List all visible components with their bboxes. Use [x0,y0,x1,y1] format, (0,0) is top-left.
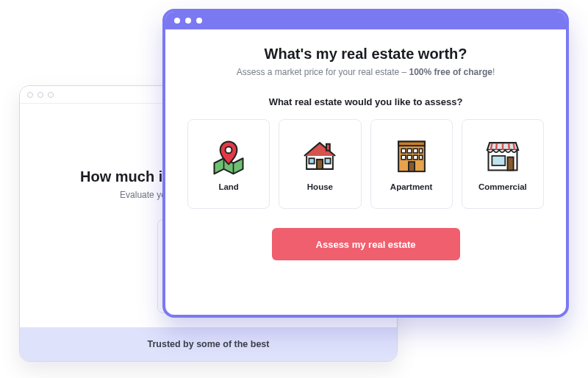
svg-rect-15 [401,149,406,153]
house-icon [299,137,340,175]
svg-rect-20 [407,155,412,160]
apartment-icon [391,137,432,175]
front-question: What real estate would you like to asses… [187,96,544,107]
svg-rect-23 [409,162,415,171]
svg-rect-12 [326,158,331,163]
card-label: Commercial [478,182,527,191]
option-card-apartment[interactable]: Apartment [370,119,453,209]
svg-rect-31 [507,157,513,171]
svg-rect-9 [326,144,330,151]
svg-line-26 [496,143,497,150]
svg-line-25 [491,143,492,150]
back-footer-banner: Trusted by some of the best [20,327,397,361]
traffic-light-icon [48,92,54,98]
svg-rect-21 [413,155,417,160]
traffic-light-icon [174,18,180,24]
traffic-light-icon [37,92,43,98]
traffic-light-icon [27,92,33,98]
back-footer-text: Trusted by some of the best [147,339,269,349]
foreground-window: What's my real estate worth? Assess a ma… [162,9,569,318]
storefront-icon [482,137,523,175]
svg-rect-19 [401,155,406,160]
svg-rect-17 [413,149,417,153]
assess-button[interactable]: Assess my real estate [272,228,460,260]
map-pin-icon [208,137,249,175]
svg-rect-14 [398,142,425,146]
svg-rect-30 [492,156,505,165]
card-label: Land [218,182,238,191]
front-sub-bold: 100% free of charge [409,67,492,77]
front-sub-prefix: Assess a market price for your real esta… [237,67,409,77]
assess-button-label: Assess my real estate [316,239,416,250]
svg-point-8 [226,146,232,153]
option-card-land[interactable]: Land [187,119,270,209]
card-label: House [307,182,333,191]
front-heading: What's my real estate worth? [187,46,544,63]
svg-rect-22 [419,155,422,160]
traffic-light-icon [185,18,191,24]
option-cards: Land House [187,119,544,209]
front-subheading: Assess a market price for your real esta… [187,67,544,77]
svg-rect-18 [419,149,422,153]
svg-rect-11 [309,158,315,163]
svg-line-28 [509,143,509,150]
option-card-commercial[interactable]: Commercial [462,119,544,209]
card-label: Apartment [390,182,433,191]
svg-line-29 [514,143,515,150]
svg-rect-10 [317,160,323,169]
option-card-house[interactable]: House [279,119,361,209]
svg-rect-16 [407,149,412,153]
traffic-light-icon [196,18,202,24]
front-sub-suffix: ! [492,67,495,77]
front-window-titlebar [165,12,566,29]
